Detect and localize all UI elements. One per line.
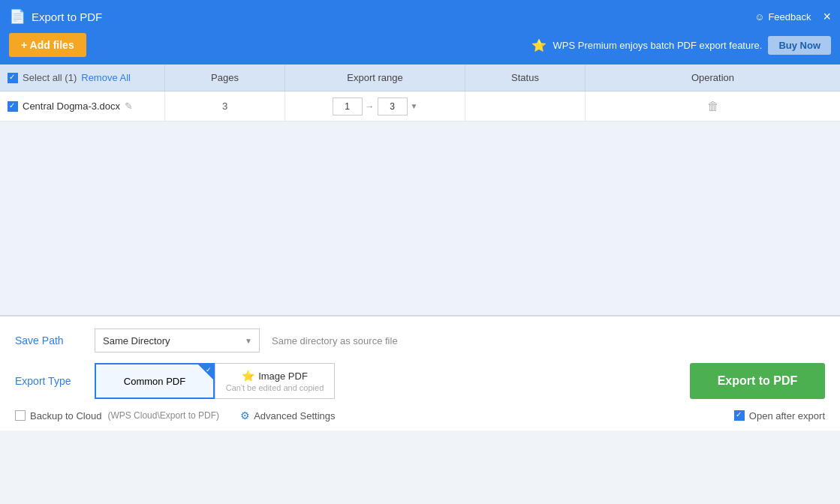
- row-status-cell: [465, 92, 586, 121]
- backup-path: (WPS Cloud\Export to PDF): [107, 410, 219, 421]
- toolbar: + Add files ⭐ WPS Premium enjoys batch P…: [0, 33, 840, 64]
- bottom-panel: Save Path Same Directory Same directory …: [0, 315, 840, 430]
- row-range-cell: → ▼: [285, 92, 465, 121]
- range-arrow: →: [366, 101, 375, 112]
- backup-checkbox-row: Backup to Cloud: [15, 410, 101, 422]
- row-checkbox[interactable]: [8, 101, 18, 112]
- range-from-input[interactable]: [333, 98, 363, 116]
- export-to-pdf-button[interactable]: Export to PDF: [690, 363, 825, 399]
- check-mark-icon: ✓: [206, 366, 212, 374]
- image-pdf-title: ⭐ Image PDF: [242, 370, 308, 382]
- select-all-text: Select all (1): [23, 72, 77, 83]
- backup-checkbox[interactable]: [15, 410, 26, 421]
- feedback-button[interactable]: ☺ Feedback: [754, 11, 811, 22]
- titlebar-right: ☺ Feedback ×: [754, 10, 831, 23]
- titlebar-left: 📄 Export to PDF: [9, 8, 102, 25]
- bottom-actions-left: Backup to Cloud (WPS Cloud\Export to PDF…: [15, 410, 336, 422]
- table-row: Central Dogma-3.docx ✎ 3 → ▼ 🗑: [0, 92, 840, 122]
- feedback-icon: ☺: [754, 11, 764, 22]
- advanced-settings-label: Advanced Settings: [254, 410, 335, 422]
- export-type-label: Export Type: [15, 375, 83, 387]
- edit-icon[interactable]: ✎: [125, 100, 133, 112]
- open-after-export-row: Open after export: [734, 410, 825, 422]
- delete-icon[interactable]: 🗑: [707, 100, 719, 113]
- select-all-checkbox[interactable]: [8, 73, 18, 83]
- feedback-label: Feedback: [768, 11, 811, 22]
- table-header: Select all (1) Remove All Pages Export r…: [0, 64, 840, 92]
- titlebar: 📄 Export to PDF ☺ Feedback ×: [0, 0, 840, 33]
- row-pages-cell: 3: [165, 92, 285, 121]
- gear-icon: ⚙: [240, 410, 250, 422]
- pages-value: 3: [222, 100, 227, 112]
- range-to-input[interactable]: [378, 98, 408, 116]
- image-pdf-option[interactable]: ⭐ Image PDF Can't be edited and copied: [215, 363, 335, 399]
- save-path-hint: Same directory as source file: [272, 335, 398, 346]
- empty-area: [0, 122, 840, 315]
- col-range-header: Export range: [285, 64, 465, 91]
- save-path-row: Save Path Same Directory Same directory …: [15, 328, 825, 352]
- remove-all-link[interactable]: Remove All: [81, 72, 131, 83]
- col-status-header: Status: [465, 64, 586, 91]
- common-pdf-label: Common PDF: [124, 376, 185, 387]
- premium-text: WPS Premium enjoys batch PDF export feat…: [552, 40, 762, 51]
- bottom-actions-row: Backup to Cloud (WPS Cloud\Export to PDF…: [15, 410, 825, 422]
- col-select-header: Select all (1) Remove All: [0, 64, 165, 91]
- advanced-settings-button[interactable]: ⚙ Advanced Settings: [240, 410, 335, 422]
- col-operation-header: Operation: [586, 64, 840, 91]
- close-button[interactable]: ×: [823, 10, 831, 23]
- backup-label: Backup to Cloud: [30, 410, 101, 422]
- open-after-export-checkbox[interactable]: [734, 410, 745, 421]
- common-pdf-option[interactable]: ✓ Common PDF: [95, 363, 215, 399]
- app-title: Export to PDF: [32, 10, 102, 23]
- col-pages-header: Pages: [165, 64, 285, 91]
- range-dropdown-icon[interactable]: ▼: [411, 102, 418, 110]
- app-icon: 📄: [9, 8, 26, 25]
- premium-bar: ⭐ WPS Premium enjoys batch PDF export fe…: [531, 36, 831, 55]
- add-files-button[interactable]: + Add files: [9, 33, 86, 57]
- save-path-select[interactable]: Same Directory: [95, 328, 260, 352]
- save-path-select-wrapper: Same Directory: [95, 328, 260, 352]
- open-after-export-label: Open after export: [749, 410, 825, 422]
- main-content: Select all (1) Remove All Pages Export r…: [0, 64, 840, 315]
- row-operation-cell: 🗑: [586, 92, 840, 121]
- row-select-cell: Central Dogma-3.docx ✎: [0, 92, 165, 121]
- export-type-row: Export Type ✓ Common PDF ⭐ Image PDF Can…: [15, 363, 825, 399]
- export-type-options: ✓ Common PDF ⭐ Image PDF Can't be edited…: [95, 363, 335, 399]
- save-path-label: Save Path: [15, 334, 83, 346]
- image-pdf-sub: Can't be edited and copied: [226, 383, 324, 392]
- image-pdf-label: Image PDF: [258, 370, 308, 382]
- wps-premium-icon: ⭐: [242, 370, 254, 382]
- bottom-actions-right: Open after export: [734, 410, 825, 422]
- premium-icon: ⭐: [531, 38, 546, 52]
- file-name: Central Dogma-3.docx: [23, 100, 120, 112]
- buy-now-button[interactable]: Buy Now: [768, 36, 831, 55]
